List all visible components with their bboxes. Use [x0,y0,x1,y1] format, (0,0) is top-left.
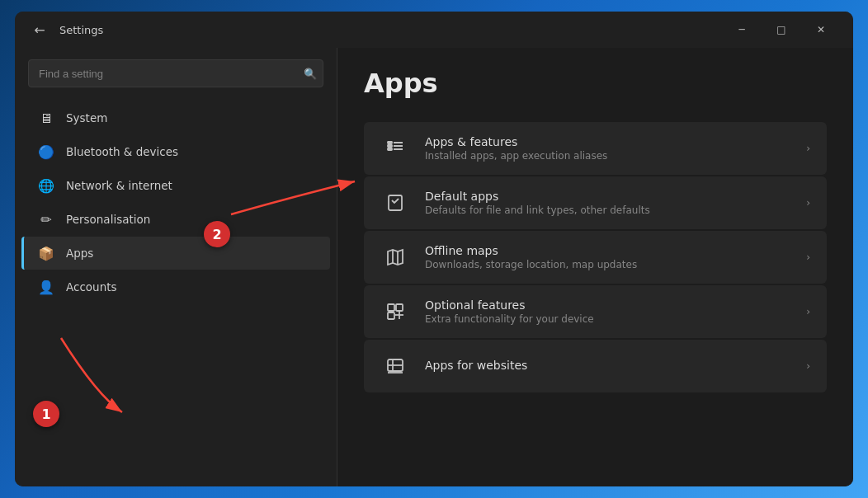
default-apps-icon [380,188,410,218]
back-button[interactable]: ← [28,18,51,41]
settings-window: ← Settings ─ □ ✕ 🔍 🖥 System 🔵 Bluetooth … [15,12,853,486]
svg-rect-0 [388,142,392,143]
sidebar-item-accounts[interactable]: 👤 Accounts [21,270,330,303]
main-panel: Apps Apps & features Installed apps, app… [337,48,853,486]
setting-text: Apps for websites [425,359,791,374]
setting-item-apps-features[interactable]: Apps & features Installed apps, app exec… [364,122,827,175]
setting-desc: Downloads, storage location, map updates [425,259,791,270]
offline-maps-icon [380,242,410,272]
setting-desc: Installed apps, app execution aliases [425,150,791,162]
sidebar-item-label: Accounts [66,280,117,294]
close-button[interactable]: ✕ [802,16,840,43]
sidebar-item-label: Apps [66,247,93,260]
svg-rect-12 [388,312,394,319]
search-icon[interactable]: 🔍 [304,68,317,80]
titlebar: ← Settings ─ □ ✕ [15,12,853,48]
apps-websites-icon [380,351,410,381]
search-box: 🔍 [28,59,323,87]
sidebar-item-label: System [66,111,107,124]
minimize-button[interactable]: ─ [723,16,761,43]
chevron-right-icon: › [806,251,810,263]
bluetooth-icon: 🔵 [38,143,54,160]
search-input[interactable] [28,59,323,87]
setting-text: Default apps Defaults for file and link … [425,190,791,216]
svg-rect-11 [396,304,403,311]
setting-item-apps-websites[interactable]: Apps for websites › [364,340,827,392]
sidebar-item-bluetooth[interactable]: 🔵 Bluetooth & devices [21,135,330,168]
sidebar-item-personalisation[interactable]: ✏️ Personalisation [21,203,330,236]
setting-title: Offline maps [425,244,791,257]
window-title: Settings [59,24,103,36]
personalisation-icon: ✏️ [38,211,54,228]
svg-rect-10 [388,304,394,311]
apps-features-icon [380,134,410,163]
sidebar: 🔍 🖥 System 🔵 Bluetooth & devices 🌐 Netwo… [15,48,337,486]
svg-rect-2 [388,148,392,150]
setting-item-offline-maps[interactable]: Offline maps Downloads, storage location… [364,231,827,284]
apps-icon: 📦 [38,245,54,261]
nav-items: 🖥 System 🔵 Bluetooth & devices 🌐 Network… [15,101,337,304]
sidebar-item-apps[interactable]: 📦 Apps [21,237,330,270]
setting-desc: Defaults for file and link types, other … [425,204,791,216]
setting-item-optional-features[interactable]: Optional features Extra functionality fo… [364,285,827,338]
annotation-badge-1: 1 [33,401,59,427]
setting-title: Default apps [425,190,791,203]
svg-marker-7 [388,250,403,265]
optional-features-icon [380,297,410,327]
annotation-badge-2: 2 [204,221,230,247]
system-icon: 🖥 [38,110,54,126]
chevron-right-icon: › [806,306,810,317]
page-title: Apps [364,68,827,99]
settings-list: Apps & features Installed apps, app exec… [364,122,827,392]
sidebar-item-label: Personalisation [66,213,150,226]
setting-item-default-apps[interactable]: Default apps Defaults for file and link … [364,176,827,229]
sidebar-item-system[interactable]: 🖥 System [21,101,330,134]
sidebar-item-label: Network & internet [66,179,172,192]
chevron-right-icon: › [806,360,810,372]
sidebar-item-network[interactable]: 🌐 Network & internet [21,169,330,202]
window-controls: ─ □ ✕ [723,16,840,43]
setting-desc: Extra functionality for your device [425,313,791,325]
svg-rect-1 [388,145,392,147]
sidebar-item-label: Bluetooth & devices [66,145,178,158]
main-content: 🔍 🖥 System 🔵 Bluetooth & devices 🌐 Netwo… [15,48,853,486]
chevron-right-icon: › [806,197,810,209]
setting-text: Offline maps Downloads, storage location… [425,244,791,270]
back-icon: ← [34,22,45,38]
maximize-button[interactable]: □ [762,16,800,43]
setting-title: Apps for websites [425,359,791,372]
setting-title: Apps & features [425,135,791,148]
accounts-icon: 👤 [38,279,54,295]
setting-text: Apps & features Installed apps, app exec… [425,135,791,162]
setting-text: Optional features Extra functionality fo… [425,298,791,325]
chevron-right-icon: › [806,143,810,154]
setting-title: Optional features [425,298,791,312]
network-icon: 🌐 [38,177,54,194]
